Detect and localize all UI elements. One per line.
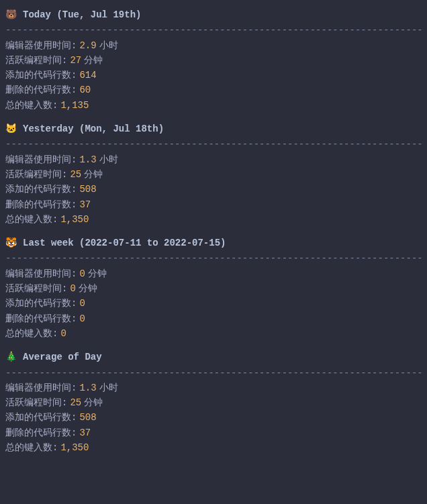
stat-label: 活跃编程时间 xyxy=(5,396,62,409)
colon: : xyxy=(52,99,60,112)
stat-value: 0 xyxy=(79,267,85,281)
stat-label: 活跃编程时间 xyxy=(5,168,62,181)
stat-unit xyxy=(85,312,88,325)
colon: : xyxy=(62,282,70,295)
stat-line-active-coding: 活跃编程时间: 25分钟 xyxy=(5,167,422,182)
colon: : xyxy=(71,267,79,281)
colon: : xyxy=(71,297,79,310)
stat-label: 删除的代码行数 xyxy=(5,312,71,325)
section-icon: 🐯 xyxy=(5,236,17,250)
stat-label: 总的键入数 xyxy=(5,441,52,454)
stat-label: 编辑器使用时间 xyxy=(5,267,71,281)
stat-value: 0 xyxy=(79,297,85,310)
section-header: 🐯Last week (2022-07-11 to 2022-07-15) xyxy=(5,235,422,251)
stats-list: 编辑器使用时间: 0分钟活跃编程时间: 0分钟添加的代码行数: 0删除的代码行数… xyxy=(5,266,422,341)
stat-label: 删除的代码行数 xyxy=(5,198,71,211)
section-header: 🐻Today (Tue, Jul 19th) xyxy=(5,7,422,23)
stat-label: 总的键入数 xyxy=(5,213,52,226)
stat-line-editor-time: 编辑器使用时间: 1.3小时 xyxy=(5,381,422,395)
stat-value: 0 xyxy=(70,282,75,295)
stat-label: 总的键入数 xyxy=(5,327,52,340)
section-title: Today (Tue, Jul 19th) xyxy=(23,8,141,21)
stat-line-keystrokes: 总的键入数: 1,350 xyxy=(5,440,422,455)
stat-unit xyxy=(97,183,99,196)
stat-line-lines-added: 添加的代码行数: 0 xyxy=(5,296,422,311)
stat-line-active-coding: 活跃编程时间: 27分钟 xyxy=(5,53,422,68)
stat-line-lines-deleted: 删除的代码行数: 37 xyxy=(5,197,422,212)
colon: : xyxy=(71,312,79,325)
stat-label: 活跃编程时间 xyxy=(5,282,62,295)
colon: : xyxy=(71,411,79,424)
stat-line-lines-added: 添加的代码行数: 614 xyxy=(5,68,422,83)
stat-line-keystrokes: 总的键入数: 1,350 xyxy=(5,212,422,227)
stat-value: 37 xyxy=(79,426,91,440)
stats-list: 编辑器使用时间: 1.3小时活跃编程时间: 25分钟添加的代码行数: 508删除… xyxy=(5,152,422,227)
stat-value: 27 xyxy=(70,54,81,67)
stat-unit xyxy=(89,99,91,112)
section-title: Yesterday (Mon, Jul 18th) xyxy=(23,122,164,136)
stat-line-lines-deleted: 删除的代码行数: 0 xyxy=(5,311,422,326)
stat-value: 0 xyxy=(60,327,66,340)
stat-value: 1.3 xyxy=(79,381,96,395)
colon: : xyxy=(71,381,79,395)
stat-unit: 分钟 xyxy=(81,168,103,181)
stat-label: 删除的代码行数 xyxy=(5,83,71,97)
stat-unit xyxy=(91,198,93,211)
stat-unit xyxy=(89,213,91,226)
stat-line-keystrokes: 总的键入数: 0 xyxy=(5,326,422,341)
section-title: Last week (2022-07-11 to 2022-07-15) xyxy=(23,236,226,250)
stats-section: 🐱Yesterday (Mon, Jul 18th)--------------… xyxy=(5,121,422,227)
stat-value: 2.9 xyxy=(79,39,96,52)
stats-list: 编辑器使用时间: 2.9小时活跃编程时间: 27分钟添加的代码行数: 614删除… xyxy=(5,38,422,113)
colon: : xyxy=(71,39,79,52)
divider: ----------------------------------------… xyxy=(5,137,422,152)
section-header: 🎄Average of Day xyxy=(5,349,422,365)
colon: : xyxy=(62,168,70,181)
colon: : xyxy=(71,68,79,82)
colon: : xyxy=(71,426,79,440)
section-icon: 🐱 xyxy=(5,122,17,136)
stat-value: 508 xyxy=(79,411,96,424)
stat-unit: 小时 xyxy=(97,381,118,395)
colon: : xyxy=(62,396,70,409)
stat-line-lines-added: 添加的代码行数: 508 xyxy=(5,410,422,425)
stat-label: 添加的代码行数 xyxy=(5,183,71,196)
stat-label: 活跃编程时间 xyxy=(5,54,62,67)
stat-unit xyxy=(91,426,93,440)
stat-value: 25 xyxy=(70,396,81,409)
stat-value: 0 xyxy=(79,312,85,325)
stat-unit xyxy=(66,327,69,340)
stat-unit: 小时 xyxy=(97,39,118,52)
stat-line-lines-added: 添加的代码行数: 508 xyxy=(5,182,422,197)
stats-section: 🐻Today (Tue, Jul 19th)------------------… xyxy=(5,7,422,113)
stat-line-active-coding: 活跃编程时间: 25分钟 xyxy=(5,395,422,410)
divider: ----------------------------------------… xyxy=(5,251,422,266)
stat-line-keystrokes: 总的键入数: 1,135 xyxy=(5,98,422,113)
stat-line-lines-deleted: 删除的代码行数: 37 xyxy=(5,425,422,440)
stat-label: 添加的代码行数 xyxy=(5,68,71,82)
colon: : xyxy=(62,54,70,67)
colon: : xyxy=(71,153,79,166)
stat-value: 60 xyxy=(79,83,91,97)
colon: : xyxy=(71,183,79,196)
colon: : xyxy=(71,83,79,97)
divider: ----------------------------------------… xyxy=(5,366,422,381)
section-header: 🐱Yesterday (Mon, Jul 18th) xyxy=(5,121,422,137)
stat-unit: 分钟 xyxy=(76,282,97,295)
stat-unit xyxy=(85,297,88,310)
stat-label: 添加的代码行数 xyxy=(5,411,71,424)
colon: : xyxy=(71,198,79,211)
stat-unit xyxy=(97,68,99,82)
stat-label: 删除的代码行数 xyxy=(5,426,71,440)
stat-label: 编辑器使用时间 xyxy=(5,153,71,166)
stat-line-editor-time: 编辑器使用时间: 0分钟 xyxy=(5,266,422,281)
stat-line-active-coding: 活跃编程时间: 0分钟 xyxy=(5,281,422,296)
section-icon: 🎄 xyxy=(5,350,17,364)
stat-label: 总的键入数 xyxy=(5,99,52,112)
colon: : xyxy=(52,441,60,454)
stat-value: 25 xyxy=(70,168,81,181)
stat-unit: 分钟 xyxy=(81,54,103,67)
stats-section: 🎄Average of Day-------------------------… xyxy=(5,349,422,455)
stat-label: 编辑器使用时间 xyxy=(5,39,71,52)
section-title: Average of Day xyxy=(23,350,102,364)
